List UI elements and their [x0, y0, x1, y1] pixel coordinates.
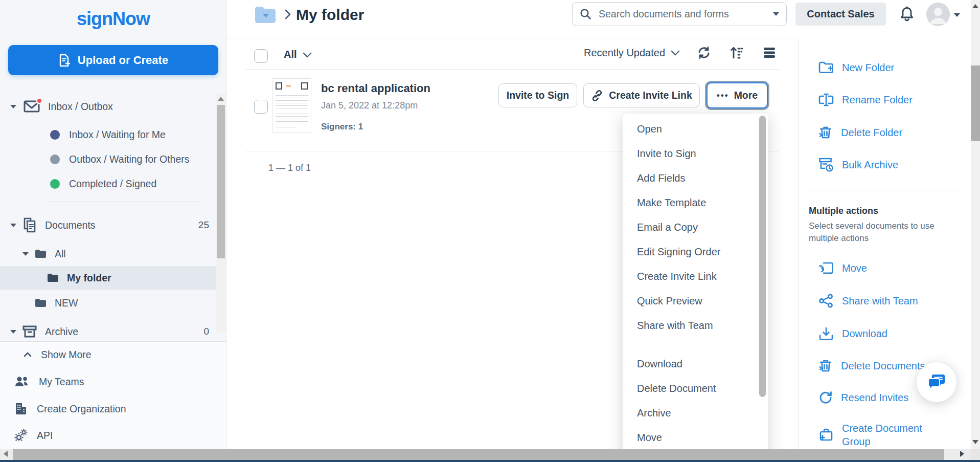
document-title[interactable]: bc rental application	[321, 82, 430, 95]
menu-item-download[interactable]: Download	[623, 351, 768, 376]
chevron-down-icon	[303, 49, 311, 57]
sort-dropdown[interactable]: Recently Updated	[584, 47, 678, 59]
vertical-scrollbar[interactable]	[971, 0, 980, 451]
sidebar-item-all[interactable]: All	[0, 244, 226, 264]
documents-count: 25	[198, 219, 209, 231]
scroll-right-arrow[interactable]	[960, 451, 964, 457]
sort-label: Recently Updated	[584, 47, 665, 59]
caret-down-icon[interactable]	[10, 105, 16, 108]
download-button[interactable]: Download	[799, 323, 972, 344]
notifications-bell-icon[interactable]	[899, 6, 915, 23]
topbar: My folder Contact Sales	[226, 0, 980, 38]
menu-scrollbar-thumb[interactable]	[759, 116, 766, 397]
select-all-checkbox[interactable]	[254, 49, 268, 63]
menu-item-quick-preview[interactable]: Quick Preview	[623, 289, 768, 313]
window-bottom-edge	[0, 460, 980, 462]
more-button[interactable]: ••• More	[706, 82, 768, 108]
sidebar-item-new[interactable]: NEW	[0, 293, 226, 313]
menu-item-create-invite-link[interactable]: Create Invite Link	[623, 264, 768, 289]
menu-item-move[interactable]: Move	[623, 425, 768, 450]
sidebar-item-label: All	[55, 248, 66, 260]
archive-icon	[22, 325, 37, 338]
document-date: Jan 5, 2022 at 12:28pm	[321, 100, 418, 111]
view-density-icon[interactable]	[762, 47, 777, 59]
search-input[interactable]	[598, 8, 767, 20]
menu-divider	[623, 342, 768, 342]
move-folder-icon	[818, 261, 834, 275]
sidebar-item-completed-signed[interactable]: Completed / Signed	[0, 173, 226, 194]
menu-item-delete-document[interactable]: Delete Document	[623, 376, 768, 401]
filter-all-dropdown[interactable]: All	[284, 49, 310, 60]
scroll-up-arrow[interactable]	[218, 97, 224, 101]
footer-item-label: My Teams	[39, 376, 84, 388]
menu-item-open[interactable]: Open	[623, 117, 768, 141]
menu-item-email-a-copy[interactable]: Email a Copy	[623, 215, 768, 239]
sidebar-item-inbox-waiting-for-me[interactable]: Inbox / Waiting for Me	[0, 124, 226, 145]
folder-icon	[47, 273, 59, 282]
upload-or-create-button[interactable]: Upload or Create	[8, 45, 218, 75]
document-add-icon	[58, 54, 71, 67]
sidebar-item-documents[interactable]: Documents 25	[0, 215, 226, 235]
download-icon	[818, 326, 834, 341]
document-thumbnail[interactable]	[272, 78, 311, 133]
create-document-group-button[interactable]: Create Document Group	[799, 419, 972, 451]
signnow-app: signNow Upload or Create Inbox / Outbox …	[0, 0, 980, 462]
chat-widget-button[interactable]	[917, 362, 956, 402]
search-box	[572, 2, 787, 26]
search-scope-caret-icon[interactable]	[773, 12, 779, 16]
show-more-button[interactable]: Show More	[0, 344, 226, 365]
sidebar-item-archive[interactable]: Archive 0	[0, 321, 226, 342]
document-row-checkbox[interactable]	[254, 100, 268, 114]
vertical-scrollbar-thumb[interactable]	[971, 65, 980, 141]
scroll-up-arrow[interactable]	[972, 4, 978, 8]
mail-icon	[24, 100, 40, 113]
link-icon	[591, 90, 603, 102]
sort-order-icon[interactable]	[730, 46, 744, 60]
chat-icon	[927, 373, 946, 391]
signnow-logo[interactable]: signNow	[0, 8, 226, 30]
menu-item-make-template[interactable]: Make Template	[623, 190, 768, 215]
menu-item-add-fields[interactable]: Add Fields	[623, 166, 768, 190]
menu-item-share-with-team[interactable]: Share with Team	[623, 313, 768, 338]
sidebar-scrollbar[interactable]	[216, 94, 226, 332]
caret-down-icon[interactable]	[22, 252, 29, 256]
user-avatar[interactable]	[926, 3, 950, 26]
sidebar-item-inbox-outbox[interactable]: Inbox / Outbox	[0, 96, 226, 117]
folder-icon	[35, 298, 47, 307]
menu-item-edit-signing-order[interactable]: Edit Signing Order	[623, 239, 768, 264]
account-menu-caret-icon[interactable]	[954, 13, 960, 17]
invite-to-sign-button[interactable]: Invite to Sign	[498, 83, 577, 107]
horizontal-scrollbar[interactable]	[0, 449, 971, 460]
menu-item-archive[interactable]: Archive	[623, 401, 768, 425]
sidebar-item-label: Archive	[45, 326, 78, 338]
action-label: Share with Team	[842, 294, 918, 307]
breadcrumb-chevron-icon	[284, 8, 291, 20]
horizontal-scrollbar-thumb[interactable]	[13, 449, 944, 460]
footer-item-label: Create Organization	[37, 403, 126, 415]
caret-down-icon[interactable]	[10, 330, 16, 334]
share-with-team-button[interactable]: Share with Team	[799, 291, 972, 311]
outbox-status-dot	[50, 155, 60, 164]
menu-item-invite-to-sign[interactable]: Invite to Sign	[623, 141, 768, 166]
refresh-icon[interactable]	[697, 46, 711, 60]
bulk-archive-button[interactable]: Bulk Archive	[799, 155, 972, 175]
delete-folder-button[interactable]: Delete Folder	[799, 122, 972, 143]
sidebar-item-api[interactable]: API	[0, 425, 226, 446]
create-invite-link-button[interactable]: Create Invite Link	[583, 83, 700, 107]
sidebar-item-create-organization[interactable]: Create Organization	[0, 399, 226, 419]
breadcrumb-folder-icon[interactable]	[254, 5, 278, 25]
sidebar-item-my-teams[interactable]: My Teams	[0, 371, 226, 392]
contact-sales-button[interactable]: Contact Sales	[795, 3, 886, 26]
multiple-actions-title: Multiple actions	[809, 206, 878, 216]
rename-folder-button[interactable]: Rename Folder	[799, 90, 972, 110]
scroll-down-arrow[interactable]	[972, 440, 978, 444]
sidebar-scrollbar-thumb[interactable]	[217, 105, 225, 258]
scroll-left-arrow[interactable]	[4, 451, 8, 457]
new-folder-button[interactable]: New Folder	[799, 57, 972, 78]
pagination-label: 1 — 1 of 1	[268, 163, 311, 173]
trash-icon	[818, 359, 833, 373]
move-button[interactable]: Move	[799, 258, 972, 278]
sidebar-item-my-folder[interactable]: My folder	[0, 266, 226, 290]
sidebar-item-outbox-waiting-for-others[interactable]: Outbox / Waiting for Others	[0, 149, 226, 169]
caret-down-icon[interactable]	[10, 224, 16, 227]
